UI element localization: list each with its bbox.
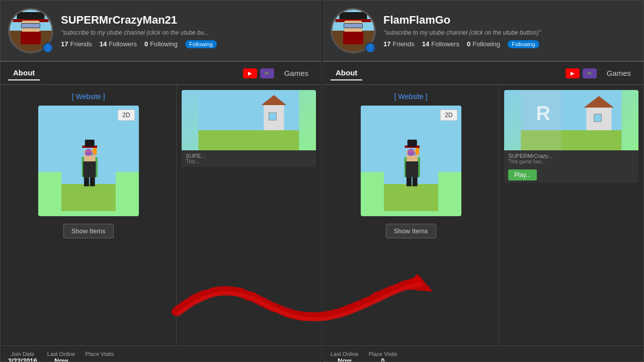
left-panel: 👤 SUPERMrCrazyMan21 "subscribe to my utu… bbox=[0, 0, 321, 362]
left-avatar-container: 👤 bbox=[8, 8, 53, 53]
right-stat-friends: 17 Friends bbox=[383, 40, 415, 48]
right-games-section: R SUPERMrCrazy... This game has... Play.… bbox=[499, 85, 643, 345]
right-profile-bio: "subscribe to my utube channel (click on… bbox=[383, 29, 636, 36]
svg-rect-7 bbox=[85, 140, 94, 147]
right-youtube-icon[interactable]: ▶ bbox=[566, 68, 580, 78]
left-tab-games[interactable]: Games bbox=[279, 66, 313, 80]
left-avatar-badge: 👤 bbox=[42, 42, 53, 53]
left-stat-followers: 14 Followers bbox=[100, 40, 137, 48]
left-avatar-body bbox=[21, 32, 41, 44]
svg-rect-1 bbox=[61, 184, 116, 211]
right-stat-following: 0 Following bbox=[467, 40, 500, 48]
left-profile-info: SUPERMrCrazyMan21 "subscribe to my utube… bbox=[61, 14, 313, 48]
right-about-section: [ Website ] 2D bbox=[323, 85, 499, 345]
svg-rect-12 bbox=[90, 177, 95, 187]
left-2d-button[interactable]: 2D bbox=[118, 110, 134, 121]
left-profile-header: 👤 SUPERMrCrazyMan21 "subscribe to my utu… bbox=[1, 1, 321, 62]
right-nav-tabs: About ▶ 🎮 Games bbox=[323, 62, 643, 85]
svg-rect-14 bbox=[93, 148, 97, 155]
left-last-online-stat: Last Online Now bbox=[47, 351, 75, 362]
right-avatar-container: 👤 bbox=[331, 8, 376, 53]
left-following-badge[interactable]: Following bbox=[185, 40, 216, 48]
right-following-badge[interactable]: Following bbox=[508, 40, 539, 48]
left-nav-tabs: About ▶ 🎮 Games bbox=[1, 62, 321, 85]
left-game-thumbnail bbox=[182, 90, 316, 150]
right-social-icons: ▶ 🎮 bbox=[566, 68, 597, 78]
right-profile-header: 👤 FlamFlamGo "subscribe to my utube chan… bbox=[323, 1, 643, 62]
svg-rect-4 bbox=[83, 161, 96, 177]
right-character-display: 2D bbox=[361, 106, 461, 216]
right-avatar-glasses bbox=[344, 23, 363, 28]
right-game-name: SUPERMrCrazy... bbox=[508, 153, 634, 159]
left-about-section: [ Website ] 2D bbox=[1, 85, 177, 345]
svg-rect-31 bbox=[407, 177, 412, 187]
svg-rect-21 bbox=[384, 184, 438, 211]
right-place-visits-stat: Place Visits 0 bbox=[369, 351, 397, 362]
svg-rect-32 bbox=[412, 177, 417, 187]
left-website-link[interactable]: [ Website ] bbox=[72, 93, 105, 101]
right-tab-games[interactable]: Games bbox=[602, 66, 636, 80]
right-profile-name: FlamFlamGo bbox=[383, 14, 636, 27]
svg-rect-11 bbox=[84, 177, 89, 187]
right-stat-followers: 14 Followers bbox=[422, 40, 459, 48]
right-game-info: SUPERMrCrazy... This game has... bbox=[504, 150, 638, 167]
right-play-button[interactable]: Play... bbox=[508, 169, 536, 180]
svg-point-13 bbox=[85, 149, 92, 156]
right-char-svg bbox=[383, 121, 439, 211]
left-join-date-stat: Join Date 3/22/2016 bbox=[8, 351, 37, 362]
right-profile-info: FlamFlamGo "subscribe to my utube channe… bbox=[383, 14, 636, 48]
left-profile-stats: 17 Friends 14 Followers 0 Following Foll… bbox=[61, 40, 313, 48]
left-twitch-icon[interactable]: 🎮 bbox=[260, 68, 274, 78]
left-game-plays: This... bbox=[186, 159, 312, 164]
right-tab-about[interactable]: About bbox=[331, 66, 362, 80]
left-profile-bio: "subscribe to my utube channel (click on… bbox=[61, 29, 313, 36]
right-2d-button[interactable]: 2D bbox=[440, 110, 457, 121]
right-game-card: R SUPERMrCrazy... This game has... Play.… bbox=[504, 90, 638, 183]
svg-rect-16 bbox=[199, 130, 299, 150]
left-game-card: SUPE... This... bbox=[182, 90, 316, 167]
left-stat-friends: 17 Friends bbox=[61, 40, 92, 48]
left-profile-name: SUPERMrCrazyMan21 bbox=[61, 14, 313, 27]
left-youtube-icon[interactable]: ▶ bbox=[243, 68, 257, 78]
right-user-stats-row: Last Online Now Place Visits 0 bbox=[323, 345, 643, 362]
right-content-area: [ Website ] 2D bbox=[323, 85, 643, 345]
svg-point-33 bbox=[407, 149, 414, 156]
right-game-plays: This game has... bbox=[508, 159, 634, 164]
left-game-info: SUPE... This... bbox=[182, 150, 316, 167]
right-avatar-badge: 👤 bbox=[365, 42, 376, 53]
svg-rect-34 bbox=[416, 148, 419, 155]
left-tab-about[interactable]: About bbox=[8, 66, 40, 80]
svg-rect-39 bbox=[594, 114, 602, 122]
right-twitch-icon[interactable]: 🎮 bbox=[583, 68, 597, 78]
svg-text:R: R bbox=[536, 102, 551, 124]
svg-rect-18 bbox=[269, 113, 277, 120]
right-avatar-body bbox=[343, 32, 363, 44]
svg-rect-24 bbox=[406, 161, 418, 177]
left-character-display: 2D bbox=[38, 106, 139, 216]
right-show-items-button[interactable]: Show Items bbox=[386, 224, 436, 238]
left-game-thumbnail-svg bbox=[182, 90, 316, 150]
left-games-section: SUPE... This... bbox=[177, 85, 321, 345]
left-game-name: SUPE... bbox=[186, 153, 312, 159]
right-website-link[interactable]: [ Website ] bbox=[394, 93, 428, 101]
left-social-icons: ▶ 🎮 bbox=[243, 68, 274, 78]
left-content-area: [ Website ] 2D bbox=[1, 85, 321, 345]
right-last-online-stat: Last Online Now bbox=[331, 351, 359, 362]
svg-rect-27 bbox=[407, 140, 417, 147]
left-user-stats-row: Join Date 3/22/2016 Last Online Now Plac… bbox=[1, 345, 321, 362]
right-game-thumbnail-svg: R bbox=[504, 90, 638, 150]
left-stat-following: 0 Following bbox=[144, 40, 178, 48]
left-char-svg bbox=[61, 121, 116, 211]
right-profile-stats: 17 Friends 14 Followers 0 Following Foll… bbox=[383, 40, 636, 48]
left-show-items-button[interactable]: Show Items bbox=[63, 224, 114, 238]
left-place-visits-stat: Place Visits bbox=[86, 351, 114, 362]
right-game-thumbnail: R bbox=[504, 90, 638, 150]
right-panel: 👤 FlamFlamGo "subscribe to my utube chan… bbox=[323, 0, 644, 362]
left-avatar-glasses bbox=[21, 23, 40, 28]
